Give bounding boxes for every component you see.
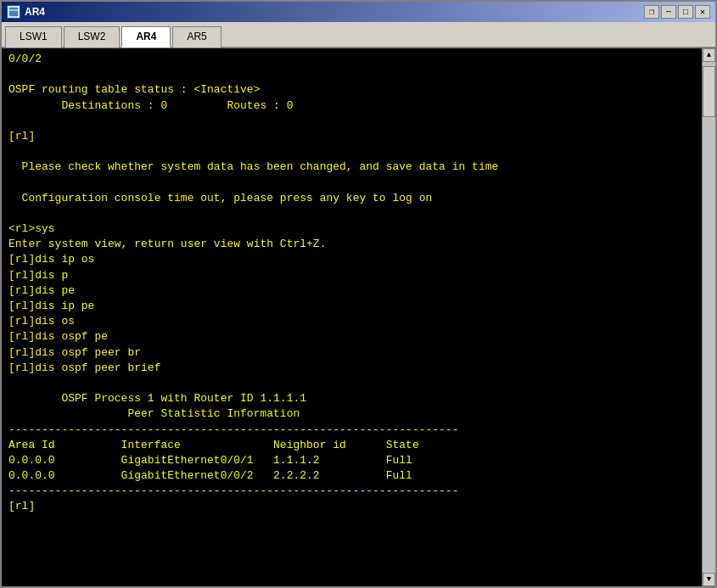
title-bar: AR4 ❐ ─ □ ✕ [2, 2, 715, 22]
tab-lsw2[interactable]: LSW2 [64, 26, 120, 48]
window-icon [7, 5, 20, 19]
restore-button[interactable]: ❐ [644, 5, 659, 19]
title-bar-left: AR4 [7, 5, 45, 19]
scroll-track [703, 62, 715, 573]
tab-bar: LSW1 LSW2 AR4 AR5 [2, 22, 715, 48]
window-title: AR4 [25, 6, 45, 18]
maximize-button[interactable]: □ [678, 5, 693, 19]
terminal-output[interactable]: 0/0/2 OSPF routing table status : <Inact… [2, 48, 702, 586]
scroll-up-button[interactable]: ▲ [703, 48, 715, 62]
scroll-down-button[interactable]: ▼ [703, 573, 715, 586]
scroll-thumb[interactable] [703, 66, 715, 117]
close-button[interactable]: ✕ [695, 5, 710, 19]
main-window: AR4 ❐ ─ □ ✕ LSW1 LSW2 AR4 AR5 0/0/2 OSPF… [0, 0, 717, 588]
tab-lsw1[interactable]: LSW1 [5, 26, 62, 48]
minimize-button[interactable]: ─ [661, 5, 676, 19]
svg-rect-0 [8, 7, 19, 17]
scrollbar: ▲ ▼ [702, 48, 715, 586]
terminal-container: 0/0/2 OSPF routing table status : <Inact… [2, 48, 715, 586]
title-controls: ❐ ─ □ ✕ [644, 5, 710, 19]
tab-ar5[interactable]: AR5 [172, 26, 221, 48]
tab-ar4[interactable]: AR4 [121, 26, 171, 48]
